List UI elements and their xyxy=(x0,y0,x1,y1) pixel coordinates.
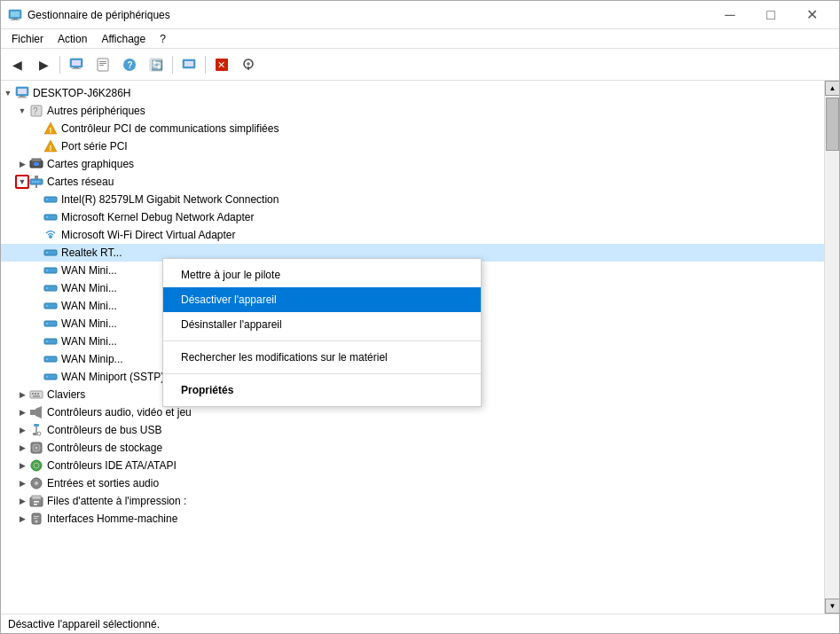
label-wan2: WAN Mini... xyxy=(61,282,117,294)
expander-autres[interactable]: ▼ xyxy=(15,104,29,118)
expander-cartes-graph[interactable]: ▶ xyxy=(15,157,29,171)
icon-wanp xyxy=(43,352,58,366)
scroll-track[interactable] xyxy=(825,96,839,599)
svg-text:?: ? xyxy=(128,60,133,70)
tree-node-interfaces-hm[interactable]: ▶ Interfaces Homme-machine xyxy=(1,510,824,528)
svg-rect-73 xyxy=(33,433,36,435)
ctx-scan-hardware[interactable]: Rechercher les modifications sur le maté… xyxy=(163,345,481,370)
status-bar: Désactive l'appareil sélectionné. xyxy=(1,614,839,633)
title-bar: Gestionnaire de périphériques ─ □ ✕ xyxy=(1,1,839,29)
tree-node-port-serie[interactable]: ! Port série PCI xyxy=(1,137,824,155)
label-wan3: WAN Mini... xyxy=(61,300,117,312)
label-files-attente: Files d'attente à l'impression : xyxy=(47,495,186,507)
ctx-uninstall-device[interactable]: Désinstaller l'appareil xyxy=(163,312,481,337)
expander-ctrl-usb[interactable]: ▶ xyxy=(15,423,29,437)
tree-node-intel[interactable]: Intel(R) 82579LM Gigabit Network Connect… xyxy=(1,191,824,208)
tree-node-root[interactable]: ▼ DESKTOP-J6K286H xyxy=(1,84,824,102)
tree-node-ms-kernel[interactable]: Microsoft Kernel Debug Network Adapter xyxy=(1,208,824,226)
svg-rect-59 xyxy=(46,340,48,342)
window-controls: ─ □ ✕ xyxy=(710,1,832,29)
icon-wan4 xyxy=(43,317,58,331)
label-claviers: Claviers xyxy=(47,388,85,401)
svg-point-77 xyxy=(35,447,38,450)
expander-cartes-reseau[interactable]: ▼ xyxy=(15,175,29,189)
expander-root[interactable]: ▼ xyxy=(1,86,15,100)
tree-node-ctrl-pci[interactable]: ! Contrôleur PCI de communications simpl… xyxy=(1,120,824,137)
help-button[interactable]: ? xyxy=(117,52,142,77)
refresh-button[interactable]: 🔄 xyxy=(144,52,169,77)
tree-node-ms-wifi[interactable]: Microsoft Wi-Fi Direct Virtual Adapter xyxy=(1,226,824,244)
label-autres: Autres périphériques xyxy=(47,105,145,117)
ctx-update-driver[interactable]: Mettre à jour le pilote xyxy=(163,262,481,287)
label-ms-kernel: Microsoft Kernel Debug Network Adapter xyxy=(61,211,254,223)
expander-claviers[interactable]: ▶ xyxy=(15,387,29,402)
ctx-properties[interactable]: Propriétés xyxy=(163,378,481,403)
monitor-button[interactable] xyxy=(177,52,201,77)
icon-files-attente xyxy=(29,494,43,508)
tree-node-cartes-reseau[interactable]: ▼ Cartes réseau xyxy=(1,173,824,191)
forward-button[interactable]: ▶ xyxy=(31,52,56,77)
icon-ms-kernel xyxy=(43,210,58,224)
label-realtek: Realtek RT... xyxy=(61,247,122,259)
svg-rect-35 xyxy=(32,159,41,161)
svg-rect-57 xyxy=(46,323,48,325)
back-button[interactable]: ◀ xyxy=(4,52,29,77)
expander-ctrl-audio[interactable]: ▶ xyxy=(15,405,29,419)
computer-button[interactable] xyxy=(64,52,89,77)
expander-files-attente[interactable]: ▶ xyxy=(15,494,29,508)
tree-node-cartes-graph[interactable]: ▶ Cartes graphiques xyxy=(1,155,824,173)
icon-port-serie: ! xyxy=(43,139,58,153)
status-text: Désactive l'appareil sélectionné. xyxy=(8,618,160,630)
menu-fichier[interactable]: Fichier xyxy=(4,31,51,47)
svg-rect-71 xyxy=(34,424,39,427)
svg-rect-83 xyxy=(32,496,41,499)
icon-claviers xyxy=(29,387,43,402)
scroll-thumb[interactable] xyxy=(826,98,839,151)
device-tree[interactable]: ▼ DESKTOP-J6K286H ▼ xyxy=(1,81,824,614)
ctx-sep-2 xyxy=(163,373,481,374)
scroll-down-button[interactable]: ▼ xyxy=(825,599,839,614)
svg-rect-25 xyxy=(18,89,27,94)
tree-node-ctrl-ide[interactable]: ▶ Contrôleurs IDE ATA/ATAPI xyxy=(1,457,824,474)
scan-button[interactable] xyxy=(236,52,261,77)
svg-rect-1 xyxy=(11,12,20,17)
tree-node-ctrl-usb[interactable]: ▶ Contrôleurs de bus USB xyxy=(1,421,824,439)
scroll-up-button[interactable]: ▲ xyxy=(825,81,839,96)
tree-node-autres[interactable]: ▼ ? Autres périphériques xyxy=(1,102,824,120)
svg-rect-69 xyxy=(30,410,35,415)
properties-button[interactable] xyxy=(90,52,115,77)
icon-wan3 xyxy=(43,299,58,313)
svg-rect-10 xyxy=(99,63,106,64)
icon-wan2 xyxy=(43,281,58,295)
svg-text:✕: ✕ xyxy=(217,59,225,70)
icon-wan1 xyxy=(43,263,58,278)
window-icon xyxy=(8,8,22,22)
icon-ctrl-storage xyxy=(29,441,43,455)
uninstall-button[interactable]: ✕ xyxy=(209,52,234,77)
expander-ctrl-storage[interactable]: ▶ xyxy=(15,441,29,455)
svg-rect-5 xyxy=(72,60,81,66)
maximize-button[interactable]: □ xyxy=(750,1,791,29)
icon-ctrl-ide xyxy=(29,458,43,473)
expander-interfaces-hm[interactable]: ▶ xyxy=(15,512,29,526)
svg-rect-3 xyxy=(11,20,20,20)
icon-cartes-reseau xyxy=(29,175,43,189)
tree-node-entrees-sorties[interactable]: ▶ Entrées et sorties audio xyxy=(1,474,824,492)
expander-ctrl-ide[interactable]: ▶ xyxy=(15,458,29,473)
label-wanp: WAN Minip... xyxy=(61,353,123,365)
close-button[interactable]: ✕ xyxy=(791,1,832,29)
svg-rect-84 xyxy=(34,501,39,503)
svg-rect-85 xyxy=(34,504,37,505)
menu-action[interactable]: Action xyxy=(51,31,94,47)
label-port-serie: Port série PCI xyxy=(61,140,128,153)
tree-node-files-attente[interactable]: ▶ Files d'attente à l'impression : xyxy=(1,492,824,510)
menu-help[interactable]: ? xyxy=(153,31,173,47)
icon-autres: ? xyxy=(29,104,43,118)
vertical-scrollbar[interactable]: ▲ ▼ xyxy=(824,81,839,614)
minimize-button[interactable]: ─ xyxy=(710,1,750,29)
tree-node-ctrl-storage[interactable]: ▶ Contrôleurs de stockage xyxy=(1,439,824,457)
menu-affichage[interactable]: Affichage xyxy=(94,31,153,47)
ctx-disable-device[interactable]: Désactiver l'appareil xyxy=(163,287,481,312)
svg-marker-70 xyxy=(35,406,42,419)
expander-entrees-sorties[interactable]: ▶ xyxy=(15,476,29,490)
